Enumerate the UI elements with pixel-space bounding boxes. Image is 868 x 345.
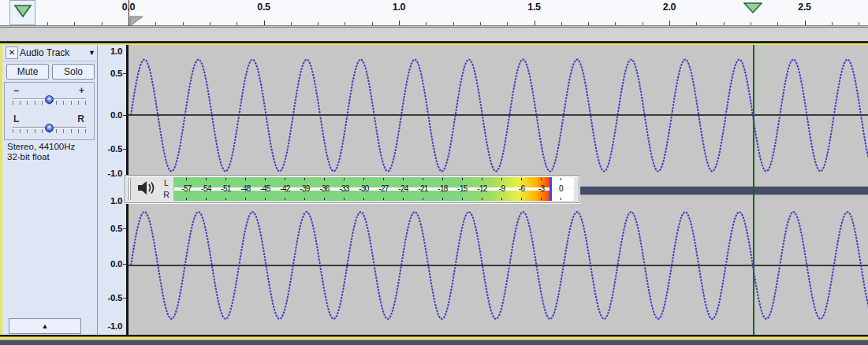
close-track-button[interactable]: ✕: [6, 46, 18, 59]
zero-line-channel2: [129, 265, 868, 266]
timeline-tick: [426, 22, 427, 25]
timeline-tick: [588, 22, 589, 25]
meter-scale-cell: -3: [531, 177, 551, 201]
pinned-playhead-button[interactable]: [9, 0, 35, 25]
meter-scale-cell: -18: [433, 177, 453, 201]
timeline-label: 1.0: [386, 2, 412, 13]
meter-scale-cell: 0: [551, 177, 571, 201]
meter-scale-cell: -21: [413, 177, 433, 201]
track-name-dropdown[interactable]: Audio Track ▼: [20, 46, 95, 59]
timeline-tick: [453, 22, 454, 25]
timeline-tick: [724, 22, 725, 25]
meter-scale-cell: -39: [295, 177, 315, 201]
meter-scale-cell: -48: [236, 177, 255, 201]
track-resize-band[interactable]: [0, 339, 868, 345]
timeline-tick: [669, 20, 670, 25]
meter-right-label: R: [161, 189, 172, 201]
meter-scale-cell: -24: [393, 177, 413, 201]
meter-tick: [561, 198, 561, 200]
meter-tick: [482, 198, 482, 200]
meter-db-scale: -57-54-51-48-45-42-39-36-33-30-27-24-21-…: [177, 177, 571, 201]
collapse-track-button[interactable]: ▲: [9, 318, 81, 334]
amplitude-label: 1.0: [110, 46, 122, 57]
pan-slider-thumb[interactable]: [45, 124, 54, 132]
amplitude-label: -1.0: [107, 321, 122, 332]
meter-tick: [285, 198, 285, 200]
meter-tick: [363, 198, 364, 200]
timeline-tick: [345, 22, 345, 25]
track-header: ✕ Audio Track ▼: [2, 45, 97, 61]
meter-tick: [344, 198, 345, 200]
track-format-line2: 32-bit float: [7, 152, 75, 162]
gain-slider-thumb[interactable]: [45, 95, 54, 104]
timeline-tick: [643, 22, 643, 25]
gain-slider[interactable]: [13, 98, 86, 106]
timeline-tick: [751, 22, 751, 25]
meter-tick: [304, 198, 305, 200]
meter-tick: [383, 198, 384, 200]
meter-tick: [403, 198, 404, 200]
vertical-amplitude-ruler[interactable]: 1.00.50.0-0.5-1.01.00.50.0-0.5-1.0: [98, 45, 126, 335]
meter-tick: [462, 198, 463, 200]
solo-button[interactable]: Solo: [52, 64, 95, 80]
toolbar-grip-handle[interactable]: [127, 178, 132, 200]
level-meter[interactable]: -57-54-51-48-45-42-39-36-33-30-27-24-21-…: [173, 177, 574, 201]
chevron-down-icon: ▼: [88, 49, 95, 57]
zero-line-channel1: [129, 114, 868, 116]
timeline-tick: [47, 22, 48, 25]
amplitude-label: 0.5: [110, 69, 122, 79]
scrub-ruler[interactable]: [0, 27, 868, 42]
timeline-tick: [372, 22, 373, 25]
track-format-line1: Stereo, 44100Hz: [7, 142, 75, 152]
playback-meter-button[interactable]: [133, 177, 159, 201]
timeline-tick: [832, 22, 833, 25]
timeline-label: 1.5: [521, 2, 548, 13]
mute-button[interactable]: Mute: [6, 64, 49, 80]
pan-slider[interactable]: [13, 127, 86, 134]
timeline-tick: [507, 22, 508, 25]
amplitude-label: 0.5: [110, 224, 122, 234]
track-format-info: Stereo, 44100Hz 32-bit float: [7, 142, 75, 162]
timeline-tick: [237, 22, 237, 25]
gain-plus-label: +: [79, 85, 84, 96]
slider-panel: − + L R: [4, 82, 95, 140]
timeline-tick: [805, 20, 806, 25]
pan-right-label: R: [77, 113, 84, 124]
timeline-tick: [155, 22, 156, 25]
timeline-label: 2.0: [656, 2, 683, 13]
timeline-tick: [102, 22, 102, 25]
meter-scale-cell: -51: [216, 177, 236, 201]
meter-scale-cell: -36: [315, 177, 334, 201]
timeline-tick: [291, 22, 292, 25]
playhead-cursor-line: [753, 45, 754, 335]
meter-tick: [521, 198, 522, 200]
playhead-marker-icon[interactable]: [743, 2, 762, 17]
timeline-tick: [74, 22, 75, 25]
audacity-window: 0.00.51.01.52.02.5 ✕: [0, 0, 868, 345]
meter-scale-cell: -33: [334, 177, 354, 201]
timeline-label: 2.5: [792, 2, 818, 13]
meter-tick: [265, 198, 266, 200]
amplitude-label: -0.5: [107, 144, 122, 154]
pan-left-label: L: [13, 113, 19, 124]
timeline-tick: [264, 20, 265, 25]
timeline-tick: [777, 22, 778, 25]
meter-scale-cell: -15: [453, 177, 472, 201]
amplitude-label: -0.5: [107, 293, 122, 303]
timeline-tick: [615, 22, 616, 25]
track-name: Audio Track: [20, 47, 69, 58]
amplitude-label: 0.0: [110, 110, 122, 121]
timeline-tick: [318, 22, 319, 25]
meter-channel-labels: L R: [161, 177, 172, 201]
timeline-tick: [561, 22, 562, 25]
meter-scale-cell: -45: [255, 177, 275, 201]
speaker-icon: [137, 180, 156, 198]
timeline-tick: [210, 22, 210, 25]
meter-scale-cell: -12: [472, 177, 492, 201]
meter-scale-cell: -9: [492, 177, 512, 201]
meter-left-label: L: [161, 177, 172, 189]
amplitude-label: -1.0: [107, 169, 122, 179]
meter-tick: [324, 198, 325, 200]
timeline-tick: [696, 22, 697, 25]
timeline-ruler[interactable]: 0.00.51.01.52.02.5: [0, 0, 868, 26]
